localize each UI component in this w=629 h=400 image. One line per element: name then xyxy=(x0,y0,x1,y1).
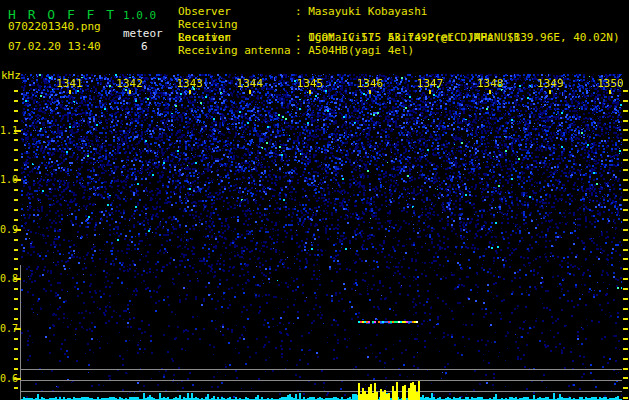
time-tick-label: 1345 xyxy=(293,77,327,90)
time-tick-label: 1342 xyxy=(113,77,147,90)
freq-tick-minor xyxy=(14,199,18,201)
freq-tick-right xyxy=(623,149,628,151)
freq-tick-right xyxy=(623,328,628,330)
freq-tick-right xyxy=(623,90,628,92)
freq-tick-minor xyxy=(14,318,18,320)
time-tick xyxy=(489,90,491,94)
time-tick xyxy=(249,90,251,94)
freq-tick-right xyxy=(623,308,628,310)
freq-tick-minor xyxy=(14,110,18,112)
freq-tick-major xyxy=(14,378,21,380)
freq-tick-minor xyxy=(14,268,18,270)
freq-tick-major xyxy=(14,229,21,231)
freq-tick-right xyxy=(623,377,628,379)
freq-tick-major xyxy=(14,130,21,132)
freq-tick-minor xyxy=(14,288,18,290)
time-tick xyxy=(69,90,71,94)
time-tick xyxy=(189,90,191,94)
freq-tick-minor xyxy=(14,338,18,340)
freq-tick-minor xyxy=(14,120,18,122)
station-row-label: Receiving antenna xyxy=(178,44,295,57)
freq-tick-right xyxy=(623,249,628,251)
freq-tick-right xyxy=(623,120,628,122)
freq-tick-right xyxy=(623,268,628,270)
freq-tick-minor xyxy=(14,348,18,350)
freq-tick-right xyxy=(623,288,628,290)
station-row-colon: : xyxy=(295,31,308,44)
output-filename: 0702201340.png xyxy=(8,20,101,33)
freq-tick-minor xyxy=(14,298,18,300)
freq-tick-right xyxy=(623,358,628,360)
freq-tick-right xyxy=(623,239,628,241)
freq-tick-right xyxy=(623,209,628,211)
station-info: Observer: Masayuki KobayashiReceiving Lo… xyxy=(178,5,620,57)
freq-tick-minor xyxy=(14,139,18,141)
freq-tick-minor xyxy=(14,387,18,389)
freq-tick-right xyxy=(623,110,628,112)
station-row-value: ICOM IC-575 53.7492(@LCD)MHz USB xyxy=(308,31,520,44)
time-tick xyxy=(429,90,431,94)
station-row: Observer: Masayuki Kobayashi xyxy=(178,5,620,18)
freq-tick-right xyxy=(623,387,628,389)
station-row-label: Observer xyxy=(178,5,295,18)
app-version: 1.0.0 xyxy=(123,9,156,22)
freq-tick-minor xyxy=(14,90,18,92)
freq-tick-right xyxy=(623,169,628,171)
freq-tick-right xyxy=(623,318,628,320)
freq-tick-right xyxy=(623,278,628,280)
mode-label: meteor xyxy=(123,27,163,40)
hrofft-screen: H R O F F T1.0.0 0702201340.png meteor 0… xyxy=(0,0,629,400)
freq-tick-right xyxy=(623,397,628,399)
freq-tick-major xyxy=(14,179,21,181)
station-row: Receiving Location: Ogata-vill. Akita-Pr… xyxy=(178,18,620,31)
freq-tick-right xyxy=(623,100,628,102)
freq-tick-right xyxy=(623,139,628,141)
freq-tick-right xyxy=(623,258,628,260)
freq-tick-major xyxy=(14,328,21,330)
station-row-value: Masayuki Kobayashi xyxy=(308,5,427,18)
freq-tick-major xyxy=(14,278,21,280)
freq-tick-right xyxy=(623,368,628,370)
freq-tick-right xyxy=(623,229,628,231)
plot-left-border xyxy=(20,265,21,400)
freq-tick-right xyxy=(623,129,628,131)
station-row-colon: : xyxy=(295,44,308,57)
station-row-colon: : xyxy=(295,5,308,18)
freq-tick-right xyxy=(623,199,628,201)
time-tick-label: 1341 xyxy=(53,77,87,90)
freq-tick-minor xyxy=(14,209,18,211)
freq-tick-minor xyxy=(14,169,18,171)
freq-tick-right xyxy=(623,298,628,300)
freq-tick-right xyxy=(623,219,628,221)
time-tick xyxy=(609,90,611,94)
time-tick-label: 1343 xyxy=(173,77,207,90)
timestamp: 07.02.20 13:40 xyxy=(8,40,101,53)
time-tick xyxy=(369,90,371,94)
freq-tick-right xyxy=(623,159,628,161)
time-tick-label: 1350 xyxy=(593,77,627,90)
freq-tick-minor xyxy=(14,149,18,151)
freq-axis-unit: kHz xyxy=(1,69,21,82)
time-tick-label: 1347 xyxy=(413,77,447,90)
freq-tick-minor xyxy=(14,258,18,260)
freq-tick-minor xyxy=(14,219,18,221)
freq-tick-minor xyxy=(14,308,18,310)
time-tick-label: 1348 xyxy=(473,77,507,90)
time-tick xyxy=(549,90,551,94)
station-row: Receiving antenna: A504HB(yagi 4el) xyxy=(178,44,620,57)
freq-tick-right xyxy=(623,179,628,181)
spectrogram-canvas xyxy=(21,74,622,400)
freq-tick-minor xyxy=(14,249,18,251)
time-tick-label: 1346 xyxy=(353,77,387,90)
station-row-label: Receiver xyxy=(178,31,295,44)
meteor-count: 6 xyxy=(141,40,148,53)
time-tick xyxy=(129,90,131,94)
station-row-value: A504HB(yagi 4el) xyxy=(308,44,414,57)
freq-tick-right xyxy=(623,348,628,350)
freq-tick-right xyxy=(623,189,628,191)
freq-tick-minor xyxy=(14,189,18,191)
time-tick xyxy=(309,90,311,94)
freq-tick-minor xyxy=(14,368,18,370)
freq-tick-minor xyxy=(14,239,18,241)
time-tick-label: 1349 xyxy=(533,77,567,90)
